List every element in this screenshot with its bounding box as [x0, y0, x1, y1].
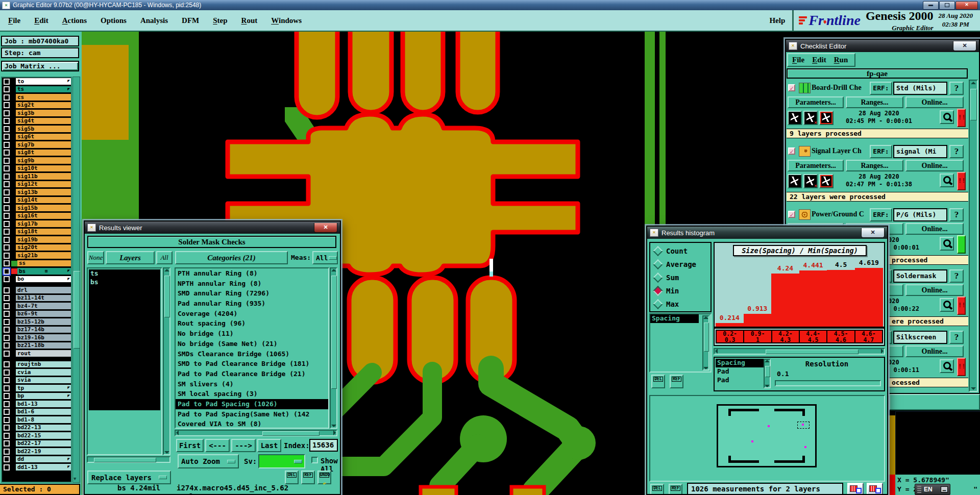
layer-checkbox[interactable] — [4, 102, 10, 108]
layer-name[interactable]: drl — [16, 287, 71, 294]
layer-checkbox[interactable] — [4, 295, 10, 301]
layer-row-sig7b[interactable]: sig7b — [2, 141, 71, 149]
layer-checkbox[interactable] — [4, 385, 10, 391]
histogram-footer-reference[interactable]: REF — [669, 484, 682, 495]
category-item[interactable]: No bridge (11) — [176, 329, 328, 339]
online-button[interactable]: Online... — [905, 96, 964, 108]
categories-header[interactable]: Categories (21) — [175, 251, 288, 264]
drag-grip-icon[interactable] — [917, 486, 921, 493]
viewer-layer-bs[interactable]: bs — [89, 278, 160, 287]
layer-row-sig13b[interactable]: sig13b — [2, 188, 71, 196]
layer-checkbox[interactable] — [4, 303, 10, 309]
layer-name[interactable]: sig3b — [16, 110, 71, 117]
histogram-delete-button[interactable]: DEL — [651, 375, 665, 388]
undo-button[interactable]: UNDO↶ — [317, 471, 331, 484]
alert-indicator[interactable]: !! — [957, 172, 966, 190]
menu-windows[interactable]: Windows — [271, 16, 302, 25]
layer-row-bz19-16b[interactable]: bz19-16b — [2, 334, 71, 342]
stat-radio-min[interactable]: Min — [650, 284, 710, 298]
category-item[interactable]: SM local spacing (3) — [176, 389, 328, 399]
viewer-category-hscrollbar[interactable] — [175, 430, 337, 436]
alert-indicator[interactable]: !! — [957, 358, 966, 376]
layer-checkbox[interactable] — [4, 110, 10, 116]
layer-row-bp[interactable]: bp◤ — [2, 392, 71, 401]
layer-row-sig11b[interactable]: sig11b — [2, 172, 71, 181]
layer-row-sig17b[interactable]: sig17b — [2, 220, 71, 228]
layer-checkbox[interactable] — [4, 174, 10, 180]
layer-row-to[interactable]: to◤ — [2, 78, 71, 86]
layer-row-bz6-9t[interactable]: bz6-9t — [2, 310, 71, 318]
viewer-category-scrollbar[interactable] — [330, 267, 337, 429]
layer-checkbox[interactable] — [4, 126, 10, 132]
layer-name[interactable]: bz4-7t — [16, 303, 71, 310]
layer-row-roujtnb[interactable]: roujtnb — [2, 361, 71, 369]
results-viewer-window[interactable]: ✕ Results viewer ✕ Solder Mask Checks No… — [84, 220, 341, 495]
layer-name[interactable]: sig19b — [16, 236, 71, 243]
results-histogram-window[interactable]: ✕ Results histogram ✕ CountAverageSumMin… — [646, 226, 888, 495]
layer-row-sig21b[interactable]: sig21b — [2, 252, 71, 260]
menu-options[interactable]: Options — [101, 16, 127, 25]
layer-checkbox[interactable] — [4, 268, 10, 275]
layer-checkbox[interactable] — [4, 165, 10, 171]
viewer-layer-scrollbar[interactable] — [163, 267, 170, 455]
viewer-layer-hscrollbar[interactable] — [87, 456, 170, 463]
erf-button[interactable]: ERF: — [870, 145, 892, 158]
layer-row-sig2t[interactable]: sig2t — [2, 102, 71, 110]
layer-row-sig4t[interactable]: sig4t — [2, 117, 71, 126]
layer-checkbox[interactable] — [4, 351, 10, 357]
layer-name[interactable]: sig12t — [16, 181, 71, 188]
erf-field[interactable]: Soldermask — [893, 269, 947, 283]
layer-name[interactable]: ss — [17, 260, 71, 267]
run-cancel-icon[interactable] — [803, 174, 818, 188]
none-button[interactable]: None — [87, 251, 104, 264]
layer-name[interactable]: bd1-6 — [16, 409, 71, 416]
layer-row-bd1-8[interactable]: bd1-8 — [2, 416, 71, 424]
layer-row-svia[interactable]: svia — [2, 377, 71, 385]
layer-name[interactable]: bz19-16b — [16, 334, 71, 341]
layer-row-drl[interactable]: drl — [2, 286, 71, 294]
layer-name[interactable]: sig15b — [16, 205, 71, 212]
histogram-footer-delete[interactable]: DEL — [650, 484, 664, 495]
category-item[interactable]: Rout spacing (96) — [176, 318, 328, 329]
layer-row-bd22-15[interactable]: bd22-15 — [2, 432, 71, 440]
histogram-transfer-icon[interactable] — [867, 483, 883, 495]
erf-field[interactable]: Silkscreen — [893, 331, 947, 344]
layer-checkbox[interactable] — [4, 342, 10, 349]
layer-row-dd[interactable]: dd◤ — [2, 456, 71, 464]
layer-name[interactable]: bz11-14t — [16, 295, 71, 302]
category-item[interactable]: SMD to Pad Clearance Bridge (181) — [176, 359, 328, 369]
layer-checkbox[interactable] — [4, 142, 10, 148]
stat-radio-max[interactable]: Max — [650, 298, 710, 311]
resolution-slider[interactable] — [775, 380, 881, 386]
category-item[interactable]: SM slivers (4) — [176, 379, 328, 389]
histogram-titlebar[interactable]: ✕ Results histogram ✕ — [647, 227, 887, 239]
layer-checkbox[interactable] — [4, 276, 10, 282]
layer-row-sig5b[interactable]: sig5b — [2, 125, 71, 133]
category-item[interactable]: Pad annular Ring (935) — [176, 299, 328, 309]
menu-actions[interactable]: Actions — [62, 16, 87, 25]
layer-checkbox[interactable] — [4, 181, 10, 187]
menu-analysis[interactable]: Analysis — [140, 16, 168, 25]
layer-name[interactable]: cvia — [16, 369, 71, 376]
ranges-button[interactable]: Ranges... — [846, 96, 903, 108]
erf-field[interactable]: P/G (Mils) — [893, 208, 947, 221]
online-button[interactable]: Online... — [905, 223, 964, 235]
online-button[interactable]: Online... — [905, 345, 964, 357]
menu-edit[interactable]: Edit — [34, 16, 48, 25]
layer-row-bo[interactable]: bo◤ — [2, 276, 71, 284]
stat-radio-sum[interactable]: Sum — [650, 271, 710, 284]
prev-button[interactable]: <--- — [205, 439, 230, 452]
layer-row-bd22-13[interactable]: bd22-13 — [2, 424, 71, 432]
layer-name[interactable]: tp◤ — [16, 385, 71, 392]
layer-checkbox[interactable] — [4, 205, 10, 211]
layers-button[interactable]: Layers — [106, 251, 155, 264]
parameters-button[interactable]: Parameters... — [788, 160, 844, 171]
app-titlebar[interactable]: ✕ Graphic Editor 9.07b2 (00@HY-HYCAM-PC1… — [0, 0, 980, 10]
layer-row-bd1-13[interactable]: bd1-13 — [2, 400, 71, 408]
help-button[interactable]: ? — [949, 145, 964, 158]
layer-name[interactable]: sig10t — [16, 165, 71, 172]
magnifier-icon[interactable] — [940, 298, 954, 312]
next-button[interactable]: ---> — [231, 439, 256, 452]
layer-checkbox[interactable] — [4, 134, 10, 140]
alert-indicator[interactable]: !! — [957, 109, 966, 127]
